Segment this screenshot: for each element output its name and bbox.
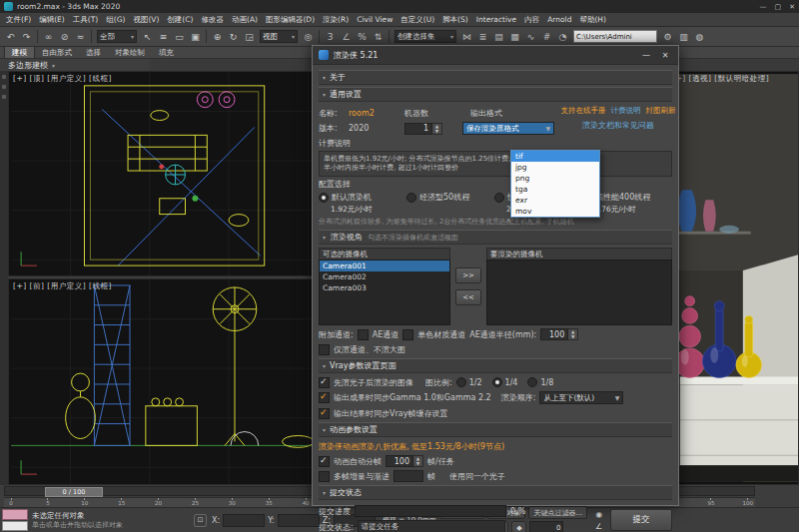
percent-snap-icon[interactable]: % <box>355 29 370 44</box>
menu-item[interactable]: 脚本(S) <box>438 15 472 25</box>
docs-faq-link[interactable]: 渲染文档和常见问题 <box>582 120 654 131</box>
reference-coordinate-combo[interactable]: 视图▾ <box>260 30 298 43</box>
angle-snap-icon[interactable]: ∠ <box>339 29 354 44</box>
gamma-sync-label[interactable]: 输出成果时同步Gamma 1.0和Gamma 2.2 <box>334 392 491 403</box>
menu-item[interactable]: 文件(F) <box>2 15 35 25</box>
redo-icon[interactable]: ↷ <box>19 29 34 44</box>
photon-first-label[interactable]: 先渲光子后渲染的图像 <box>334 377 413 388</box>
camera-list-item[interactable]: Camera002 <box>320 271 449 282</box>
time-slider-handle[interactable]: 0 / 100 <box>45 487 103 497</box>
submit-button[interactable]: 提交 <box>610 509 672 531</box>
ribbon-tab-4[interactable]: 对象绘制 <box>108 47 152 58</box>
format-option[interactable]: mov <box>511 206 599 217</box>
rollout-about[interactable]: ▾ 关于 <box>319 70 672 85</box>
format-option[interactable]: jpg <box>511 162 599 173</box>
billing-info-link[interactable]: 计费说明 <box>611 106 641 116</box>
render-frame-window-icon[interactable]: ▥ <box>676 29 691 44</box>
menu-item[interactable]: 渲染(R) <box>319 15 353 25</box>
viewport-perspective[interactable]: [+] [透视] [默认明暗处理] <box>667 71 799 485</box>
spinner-arrows-icon[interactable]: ▲▼ <box>568 328 578 340</box>
increment-value-field[interactable] <box>394 470 423 482</box>
menu-item[interactable]: 自定义(U) <box>397 15 438 25</box>
gamma-sync-checkbox[interactable] <box>319 392 330 403</box>
format-option[interactable]: png <box>511 173 599 184</box>
camera-list-item[interactable]: Camera001 <box>320 261 449 271</box>
ae-radius-spinner[interactable]: 100 ▲▼ <box>540 328 578 340</box>
render-setup-icon[interactable]: ⚙ <box>660 29 675 44</box>
menu-item[interactable]: 修改器 <box>197 15 228 25</box>
mono-material-checkbox[interactable] <box>402 329 413 340</box>
frames-per-task-spinner[interactable]: 100 ▲▼ <box>386 455 423 467</box>
listener-macro-pane[interactable] <box>2 509 28 520</box>
unlink-icon[interactable]: ⊘ <box>57 29 72 44</box>
link-icon[interactable]: ∞ <box>41 29 56 44</box>
config-option[interactable]: 默认渲染机1.92元/小时 <box>319 192 406 215</box>
dialog-title-bar[interactable]: 渲染侠 5.21 — ✕ <box>313 46 678 65</box>
dialog-minimize-button[interactable]: — <box>639 51 653 60</box>
strip-icon[interactable] <box>2 75 6 79</box>
config-radio[interactable] <box>494 193 504 203</box>
render-production-icon[interactable]: ◍ <box>692 29 707 44</box>
render-order-combo[interactable]: 从上至下(默认) ▼ <box>539 391 623 404</box>
scale-icon[interactable]: ◲ <box>242 29 257 44</box>
named-selection-sets-combo[interactable]: 创建选择集▾ <box>395 30 456 43</box>
format-option[interactable]: tga <box>511 184 599 195</box>
maxscript-mini-listener[interactable] <box>2 509 28 531</box>
viewport-front-label[interactable]: [+] [前] [用户定义] [线框] <box>13 281 112 291</box>
ribbon-tab-1[interactable]: 建模 <box>4 46 35 58</box>
selected-cameras-list[interactable] <box>486 260 672 325</box>
curve-editor-icon[interactable]: ∿ <box>523 29 538 44</box>
rollout-general[interactable]: ▾ 通用设置 <box>319 87 672 102</box>
add-camera-button[interactable]: >> <box>455 267 481 283</box>
multiframe-increment-checkbox[interactable] <box>319 471 330 482</box>
ratio-option[interactable]: 1/4 <box>492 377 518 387</box>
vray-sync-checkbox[interactable] <box>319 408 330 419</box>
window-crossing-icon[interactable]: ▣ <box>188 29 203 44</box>
menu-item[interactable]: Civil View <box>353 15 397 24</box>
format-option[interactable]: exr <box>511 195 599 206</box>
ratio-radio[interactable] <box>456 377 466 387</box>
mono-material-label[interactable]: 单色材质通道 <box>417 329 465 340</box>
machines-spinner[interactable]: 1 ▲▼ <box>404 123 442 135</box>
refresh-link[interactable]: 封图刷新 <box>646 106 676 116</box>
menu-item[interactable]: 工具(T) <box>69 15 102 25</box>
auto-split-checkbox[interactable] <box>319 456 330 467</box>
menu-item[interactable]: 编辑(E) <box>35 15 69 25</box>
viewport-tab-strip[interactable] <box>0 71 8 485</box>
ae-radius-value[interactable]: 100 <box>540 328 568 340</box>
menu-item[interactable]: Arnold <box>543 15 575 24</box>
ribbon-panel-polygon-modeling[interactable]: 多边形建模 ▾ <box>0 59 150 71</box>
select-move-icon[interactable]: ⊕ <box>210 29 225 44</box>
align-icon[interactable]: ≣ <box>475 29 490 44</box>
ratio-option[interactable]: 1/2 <box>456 377 482 387</box>
ae-channel-label[interactable]: AE通道 <box>373 329 400 340</box>
ratio-option[interactable]: 1/8 <box>527 377 553 387</box>
config-radio[interactable] <box>319 193 329 203</box>
snap-3d-icon[interactable]: 3 <box>323 29 338 44</box>
format-dropdown-list[interactable]: tifjpgpngtgaexrmov <box>510 150 600 218</box>
support-manual-link[interactable]: 支持在线手册 <box>561 106 606 116</box>
machines-value[interactable]: 1 <box>404 123 432 135</box>
rollout-vray[interactable]: ▾ Vray参数设置页面 <box>319 358 672 373</box>
menu-item[interactable]: 图形编辑器(D) <box>262 15 319 25</box>
menu-item[interactable]: 创建(C) <box>163 15 197 25</box>
ratio-radio[interactable] <box>527 377 537 387</box>
available-cameras-list[interactable]: Camera001Camera002Camera003 <box>319 260 450 325</box>
select-object-icon[interactable]: ↖ <box>140 29 155 44</box>
ribbon-tab-5[interactable]: 填充 <box>152 47 181 58</box>
same-photon-label[interactable]: 使用同一个光子 <box>449 471 505 482</box>
spinner-snap-icon[interactable]: ⇅ <box>371 29 386 44</box>
listener-script-pane[interactable] <box>2 521 28 532</box>
ratio-radio[interactable] <box>492 377 502 387</box>
frames-per-task-value[interactable]: 100 <box>386 455 413 467</box>
menu-item[interactable]: 视图(V) <box>129 15 163 25</box>
vray-sync-label[interactable]: 输出结果时同步Vray帧缓存设置 <box>334 408 447 419</box>
select-by-name-icon[interactable]: ≡ <box>156 29 171 44</box>
use-pivot-center-icon[interactable]: ◎ <box>301 29 316 44</box>
close-button[interactable]: ✕ <box>789 3 795 11</box>
rotate-icon[interactable]: ↻ <box>226 29 241 44</box>
strip-icon[interactable] <box>2 85 6 89</box>
material-editor-icon[interactable]: ◔ <box>555 29 570 44</box>
only-channel-checkbox[interactable] <box>319 344 330 355</box>
dialog-close-button[interactable]: ✕ <box>658 51 672 60</box>
